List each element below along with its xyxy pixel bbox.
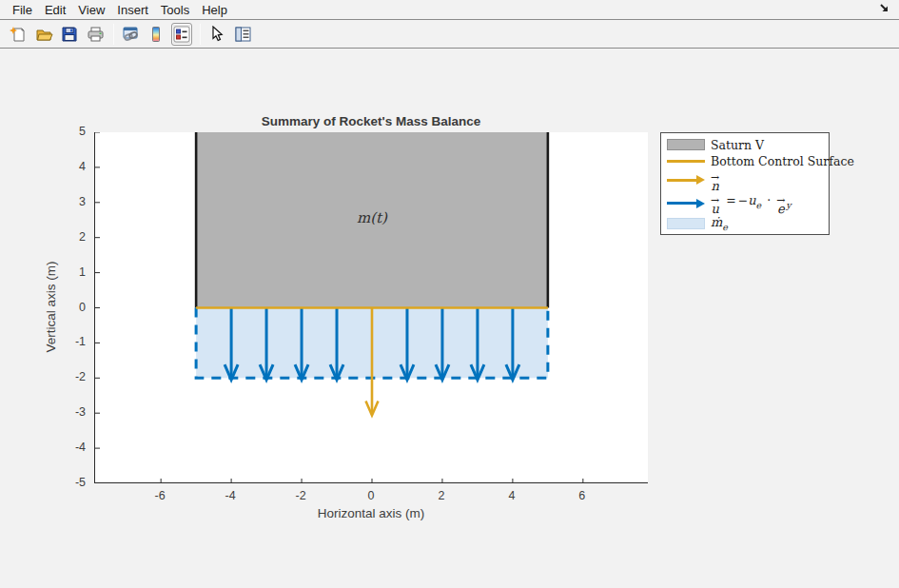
- menu-file[interactable]: File: [7, 1, 39, 19]
- save-figure-icon[interactable]: [59, 23, 80, 46]
- dock-figure-icon[interactable]: [876, 1, 891, 14]
- legend-label-saturn-v: Saturn V: [711, 138, 764, 152]
- legend-item-saturn-v: Saturn V: [667, 136, 829, 154]
- y-tick-label: 2: [48, 230, 86, 244]
- legend-item-control-surface: Bottom Control Surface: [667, 154, 829, 169]
- menu-tools[interactable]: Tools: [155, 1, 196, 19]
- legend-label-mass-flow: ṁe: [711, 215, 728, 232]
- plot-title: Summary of Rocket's Mass Balance: [94, 114, 648, 128]
- y-tick-label: 4: [48, 160, 86, 173]
- x-tick-label: -2: [282, 489, 320, 502]
- y-tick-label: -4: [48, 441, 86, 454]
- plot-axes: m(t): [94, 132, 648, 483]
- y-tick-label: 5: [48, 125, 86, 138]
- legend-item-normal-vector: →n: [667, 169, 829, 191]
- legend-label-normal-vector: →n: [711, 170, 720, 189]
- figure-toolbar: [0, 19, 899, 49]
- menu-help[interactable]: Help: [196, 1, 234, 19]
- print-figure-icon[interactable]: [85, 23, 106, 46]
- menu-insert[interactable]: Insert: [111, 1, 155, 19]
- x-tick-label: 0: [352, 489, 390, 502]
- saturn-v-swatch: [667, 139, 705, 150]
- toolbar-separator: [200, 24, 201, 45]
- normal-vector-swatch: [667, 175, 705, 185]
- rocket-mass-label: m(t): [334, 209, 410, 226]
- open-file-icon[interactable]: [33, 23, 54, 46]
- mass-flow-swatch: [667, 218, 705, 229]
- exhaust-velocity-swatch: [667, 199, 705, 208]
- legend-item-exhaust-velocity: →u =−ue · →ey: [667, 191, 829, 215]
- menu-bar: File Edit View Insert Tools Help: [0, 0, 899, 19]
- legend-item-mass-flow: ṁe: [667, 215, 829, 232]
- legend-label-control-surface: Bottom Control Surface: [711, 154, 854, 168]
- new-figure-icon[interactable]: [8, 23, 29, 46]
- y-axis-label: Vertical axis (m): [44, 245, 58, 369]
- x-tick-label: 6: [563, 489, 601, 502]
- insert-legend-icon[interactable]: [171, 23, 192, 46]
- legend-label-exhaust-velocity: →u =−ue · →ey: [711, 193, 792, 212]
- link-plot-icon[interactable]: [120, 23, 141, 46]
- x-tick-label: -6: [141, 489, 179, 502]
- insert-colorbar-icon[interactable]: [146, 23, 166, 46]
- x-tick-label: 2: [422, 489, 460, 502]
- x-tick-label: 4: [493, 489, 531, 502]
- x-axis-label: Horizontal axis (m): [94, 506, 648, 520]
- y-tick-label: -5: [48, 476, 86, 489]
- y-tick-label: -2: [48, 370, 86, 383]
- y-tick-label: -3: [48, 405, 86, 419]
- edit-plot-icon[interactable]: [206, 23, 227, 46]
- control-surface-swatch: [667, 160, 705, 163]
- menu-view[interactable]: View: [72, 1, 111, 19]
- figure-canvas: Summary of Rocket's Mass Balance m(t) -6…: [0, 49, 899, 588]
- menu-edit[interactable]: Edit: [39, 1, 72, 19]
- rocket-diagram: [95, 132, 649, 483]
- x-tick-label: -4: [211, 489, 249, 502]
- toolbar-separator: [113, 24, 114, 45]
- plot-legend[interactable]: Saturn V Bottom Control Surface →n: [660, 132, 830, 235]
- y-tick-label: 3: [48, 195, 86, 208]
- property-editor-icon[interactable]: [232, 23, 253, 46]
